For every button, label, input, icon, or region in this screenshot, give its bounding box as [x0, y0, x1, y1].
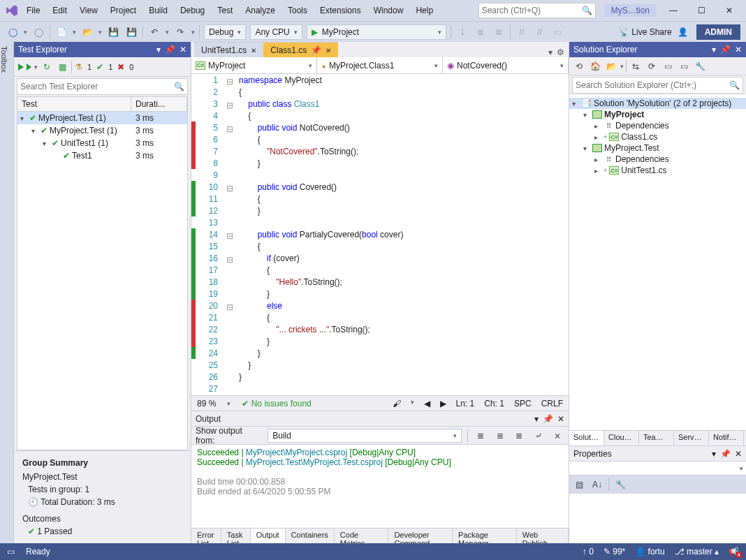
menu-help[interactable]: Help	[410, 3, 439, 18]
platform-combo[interactable]: Any CPU▾	[250, 24, 302, 40]
notifications-icon[interactable]: 📢4	[729, 547, 739, 557]
dropdown-icon[interactable]: ▾	[712, 449, 716, 459]
push-icon[interactable]: ↑ 0	[583, 547, 594, 557]
nav-member[interactable]: ◉NotCovered()▾	[443, 57, 569, 73]
nav-class[interactable]: ⬥MyProject.Class1▾	[317, 57, 443, 73]
output-status-icon[interactable]: ▭	[7, 547, 15, 557]
bottom-tab[interactable]: Code Metrics Results	[335, 529, 389, 543]
maximize-button[interactable]: ☐	[690, 3, 712, 18]
start-combo[interactable]: ▶MyProject▾	[307, 24, 446, 40]
solution-node[interactable]: ▾MyProject.Test	[569, 142, 746, 154]
bottom-tab[interactable]: Containers	[286, 529, 335, 543]
undo-button[interactable]: ↶	[147, 25, 161, 39]
toolbox-tab[interactable]: Toolbox	[0, 42, 14, 543]
pin-icon[interactable]: 📌	[543, 414, 553, 424]
menu-window[interactable]: Window	[368, 3, 409, 18]
bottom-tab[interactable]: Developer Command Pr…	[388, 529, 453, 543]
sol-tab[interactable]: Notif…	[709, 431, 744, 445]
show-all-icon[interactable]: ▭	[661, 59, 675, 73]
close-icon[interactable]: ✕	[180, 45, 186, 54]
pending-changes-icon[interactable]: ✎ 99*	[604, 547, 625, 557]
passed-count-icon[interactable]: ✔	[96, 62, 103, 72]
close-icon[interactable]: ✕	[251, 47, 256, 54]
solution-node[interactable]: ▾MyProject	[569, 109, 746, 120]
wrench-icon[interactable]: 🔧	[613, 478, 627, 492]
live-share-button[interactable]: 📡 Live Share	[619, 27, 672, 37]
output-body[interactable]: Succeeded | MyProject\MyProject.csproj […	[191, 445, 569, 528]
home-icon[interactable]: ⟲	[572, 59, 586, 73]
solution-node[interactable]: ▸Dependencies	[569, 120, 746, 131]
step-icon[interactable]: ⤵	[455, 25, 469, 39]
test-row[interactable]: ▾✔MyProject.Test (1)3 ms	[17, 112, 187, 124]
sol-tab[interactable]: Team…	[639, 431, 674, 445]
menu-edit[interactable]: Edit	[47, 3, 73, 18]
run-icon[interactable]	[27, 64, 31, 71]
doc-tab[interactable]: UnitTest1.cs ✕	[194, 42, 263, 57]
menu-analyze[interactable]: Analyze	[240, 3, 281, 18]
col-duration[interactable]: Durati...	[131, 97, 187, 111]
menu-debug[interactable]: Debug	[175, 3, 210, 18]
doc-tab[interactable]: Class1.cs 📌 ✕	[263, 42, 338, 57]
user-icon[interactable]: 👤 fortu	[635, 547, 664, 557]
bookmark-icon[interactable]: ▭	[551, 25, 565, 39]
close-icon[interactable]: ✕	[557, 414, 564, 424]
open-button[interactable]: 📂	[80, 25, 94, 39]
test-explorer-search[interactable]: Search Test Explorer 🔍	[17, 78, 188, 95]
indent-icon[interactable]: ≣	[512, 429, 526, 443]
sol-tab[interactable]: Clou…	[604, 431, 639, 445]
feedback-icon[interactable]: 👤	[678, 27, 688, 37]
test-row[interactable]: ▾✔UnitTest1 (1)3 ms	[17, 137, 187, 149]
indent-icon[interactable]: ≣	[474, 25, 488, 39]
test-row[interactable]: ▾✔MyProject.Test (1)3 ms	[17, 124, 187, 137]
bottom-tab[interactable]: Package Manager Cons…	[453, 529, 517, 543]
solution-search[interactable]: Search Solution Explorer (Ctrl+;) 🔍	[572, 77, 743, 94]
clear-icon[interactable]: ⨯	[550, 429, 564, 443]
indent-icon[interactable]: ≣	[474, 429, 488, 443]
wrench-icon[interactable]: 🔧	[693, 59, 707, 73]
alpha-icon[interactable]: A↓	[590, 478, 604, 492]
menu-test[interactable]: Test	[212, 3, 238, 18]
branch-icon[interactable]: ⎇ master ▴	[675, 547, 719, 557]
comment-icon[interactable]: //	[515, 25, 529, 39]
solution-node[interactable]: ▸Dependencies	[569, 154, 746, 165]
bottom-tab[interactable]: Web Publish Activity	[517, 529, 569, 543]
minimize-button[interactable]: —	[662, 3, 685, 18]
run-all-icon[interactable]	[18, 64, 24, 71]
bottom-tab[interactable]: Output	[251, 529, 286, 543]
back-button[interactable]: ◯	[6, 25, 20, 39]
forward-button[interactable]: ◯	[31, 25, 45, 39]
issues-status[interactable]: ✔ No issues found	[242, 399, 311, 408]
nav-fwd-icon[interactable]: ▶	[440, 399, 446, 408]
pin-icon[interactable]: 📌	[720, 45, 731, 54]
save-all-button[interactable]: 💾	[124, 25, 138, 39]
bottom-tab[interactable]: Error List	[191, 529, 221, 543]
home-icon[interactable]: 🏠	[588, 59, 602, 73]
code-editor[interactable]: 1234567891011121314151617181920212223242…	[191, 74, 569, 395]
close-icon[interactable]: ✕	[326, 47, 331, 54]
nav-scope[interactable]: MyProject▾	[191, 57, 317, 73]
zoom-combo[interactable]: 89 %	[197, 399, 216, 408]
brush-icon[interactable]: 🖌	[393, 399, 401, 408]
pin-icon[interactable]: 📌	[311, 45, 321, 55]
solution-tree[interactable]: ▾ 📑 Solution 'MySolution' (2 of 2 projec…	[569, 95, 746, 430]
uncomment-icon[interactable]: //	[533, 25, 547, 39]
close-icon[interactable]: ✕	[735, 449, 742, 459]
menu-tools[interactable]: Tools	[282, 3, 313, 18]
config-combo[interactable]: Debug▾	[204, 24, 246, 40]
col-test[interactable]: Test	[17, 97, 131, 111]
bottom-tab[interactable]: Task List	[221, 529, 251, 543]
pin-icon[interactable]: 📌	[165, 45, 175, 54]
refresh-icon[interactable]: ⟳	[645, 59, 659, 73]
sol-tab[interactable]: Solut…	[569, 431, 604, 445]
close-icon[interactable]: ✕	[735, 45, 742, 54]
search-input[interactable]: Search (Ctrl+Q) 🔍	[478, 3, 596, 18]
menu-file[interactable]: File	[21, 3, 45, 18]
indent-icon[interactable]: ≣	[493, 429, 507, 443]
dropdown-icon[interactable]: ▾	[712, 45, 716, 54]
gear-icon[interactable]: ⚙	[557, 47, 564, 57]
dropdown-icon[interactable]: ▾	[156, 45, 161, 54]
dropdown-icon[interactable]: ▾	[534, 414, 539, 424]
menu-view[interactable]: View	[74, 3, 103, 18]
flask-icon[interactable]: ⚗	[75, 62, 82, 72]
solution-node[interactable]: ▸+Class1.cs	[569, 131, 746, 142]
